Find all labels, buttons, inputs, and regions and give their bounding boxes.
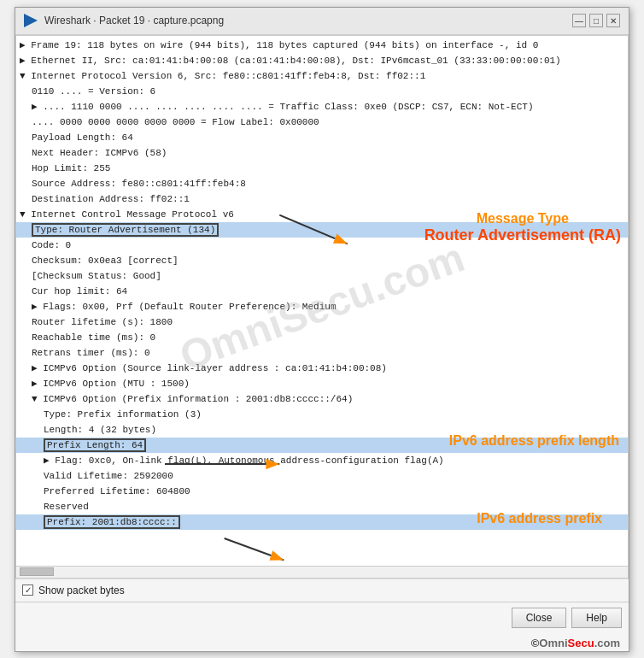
bottom-bar: ✓ Show packet bytes xyxy=(15,579,629,602)
copyright-symbol: © xyxy=(531,637,540,649)
packet-line-ipv6_hl[interactable]: Hop Limit: 255 xyxy=(16,161,628,176)
footer-copyright: ©OmniSecu.com xyxy=(15,633,629,651)
packet-line-icmpv6_code[interactable]: Code: 0 xyxy=(16,238,628,253)
help-button[interactable]: Help xyxy=(571,608,622,628)
wireshark-icon xyxy=(24,14,38,27)
packet-lines-container: ▶ Frame 19: 118 bytes on wire (944 bits)… xyxy=(16,38,628,530)
packet-line-icmpv6_opt_prefix[interactable]: ▼ ICMPv6 Option (Prefix information : 20… xyxy=(16,391,628,407)
maximize-button[interactable]: □ xyxy=(589,14,603,27)
packet-line-prefix_type[interactable]: Type: Prefix information (3) xyxy=(16,407,628,422)
packet-line-prefix_flags[interactable]: ▶ Flag: 0xc0, On-link flag(L), Autonomou… xyxy=(16,453,628,468)
packet-line-ipv6[interactable]: ▼ Internet Protocol Version 6, Src: fe80… xyxy=(16,68,628,84)
packet-line-prefix_pref_lt[interactable]: Preferred Lifetime: 604800 xyxy=(16,484,628,499)
omni-text: Omni xyxy=(539,637,567,649)
content-area: ▶ Frame 19: 118 bytes on wire (944 bits)… xyxy=(15,35,629,579)
packet-line-prefix_valid_lt[interactable]: Valid Lifetime: 2592000 xyxy=(16,468,628,484)
packet-line-ipv6_src[interactable]: Source Address: fe80::c801:41ff:feb4:8 xyxy=(16,176,628,191)
packet-line-prefix_len_field[interactable]: Length: 4 (32 bytes) xyxy=(16,422,628,438)
scrollbar-thumb[interactable] xyxy=(20,567,54,576)
packet-line-icmpv6_type[interactable]: Type: Router Advertisement (134) xyxy=(16,222,628,238)
rest-text: .com xyxy=(594,637,620,649)
packet-line-prefix_reserved[interactable]: Reserved xyxy=(16,499,628,514)
packet-line-prefix_len_val[interactable]: Prefix Length: 64 xyxy=(16,438,628,453)
packet-line-ipv6_tc_expand[interactable]: ▶ .... 1110 0000 .... .... .... .... ...… xyxy=(16,99,628,115)
packet-line-icmpv6_opt_mtu[interactable]: ▶ ICMPv6 Option (MTU : 1500) xyxy=(16,376,628,391)
packet-line-frame[interactable]: ▶ Frame 19: 118 bytes on wire (944 bits)… xyxy=(16,38,628,53)
packet-line-icmpv6[interactable]: ▼ Internet Control Message Protocol v6 xyxy=(16,207,628,222)
secu-text: Secu xyxy=(568,637,594,649)
window-controls: — □ ✕ xyxy=(572,14,620,27)
packet-details-panel[interactable]: ▶ Frame 19: 118 bytes on wire (944 bits)… xyxy=(16,36,628,566)
packet-line-icmpv6_flags[interactable]: ▶ Flags: 0x00, Prf (Default Router Prefe… xyxy=(16,299,628,314)
horizontal-scrollbar[interactable] xyxy=(16,566,628,578)
close-button[interactable]: Close xyxy=(512,608,567,628)
packet-line-icmpv6_curhop[interactable]: Cur hop limit: 64 xyxy=(16,284,628,299)
titlebar-left: Wireshark · Packet 19 · capture.pcapng xyxy=(24,14,224,27)
packet-line-prefix_value[interactable]: Prefix: 2001:db8:cccc:: xyxy=(16,514,628,530)
minimize-button[interactable]: — xyxy=(572,14,586,27)
packet-line-icmpv6_lifetime[interactable]: Router lifetime (s): 1800 xyxy=(16,314,628,330)
show-packet-bytes-label: Show packet bytes xyxy=(38,585,125,596)
titlebar: Wireshark · Packet 19 · capture.pcapng —… xyxy=(15,8,629,35)
show-packet-bytes-checkbox[interactable]: ✓ xyxy=(22,585,33,596)
packet-line-icmpv6_cksum_status[interactable]: [Checksum Status: Good] xyxy=(16,268,628,284)
packet-line-ipv6_fl[interactable]: .... 0000 0000 0000 0000 0000 = Flow Lab… xyxy=(16,115,628,130)
packet-line-icmpv6_cksum[interactable]: Checksum: 0x0ea3 [correct] xyxy=(16,253,628,268)
packet-line-ethernet[interactable]: ▶ Ethernet II, Src: ca:01:41:b4:00:08 (c… xyxy=(16,53,628,68)
packet-line-icmpv6_retrans[interactable]: Retrans timer (ms): 0 xyxy=(16,345,628,361)
packet-line-icmpv6_reachable[interactable]: Reachable time (ms): 0 xyxy=(16,330,628,345)
packet-line-ipv6_nh[interactable]: Next Header: ICMPv6 (58) xyxy=(16,145,628,161)
window-title: Wireshark · Packet 19 · capture.pcapng xyxy=(44,15,224,26)
button-row: Close Help xyxy=(15,602,629,633)
packet-line-ipv6_dst[interactable]: Destination Address: ff02::1 xyxy=(16,191,628,207)
close-window-button[interactable]: ✕ xyxy=(606,14,620,27)
packet-line-ipv6_ver[interactable]: 0110 .... = Version: 6 xyxy=(16,84,628,99)
packet-line-icmpv6_opt_src[interactable]: ▶ ICMPv6 Option (Source link-layer addre… xyxy=(16,361,628,376)
packet-line-ipv6_pl[interactable]: Payload Length: 64 xyxy=(16,130,628,145)
wireshark-window: Wireshark · Packet 19 · capture.pcapng —… xyxy=(15,7,629,652)
